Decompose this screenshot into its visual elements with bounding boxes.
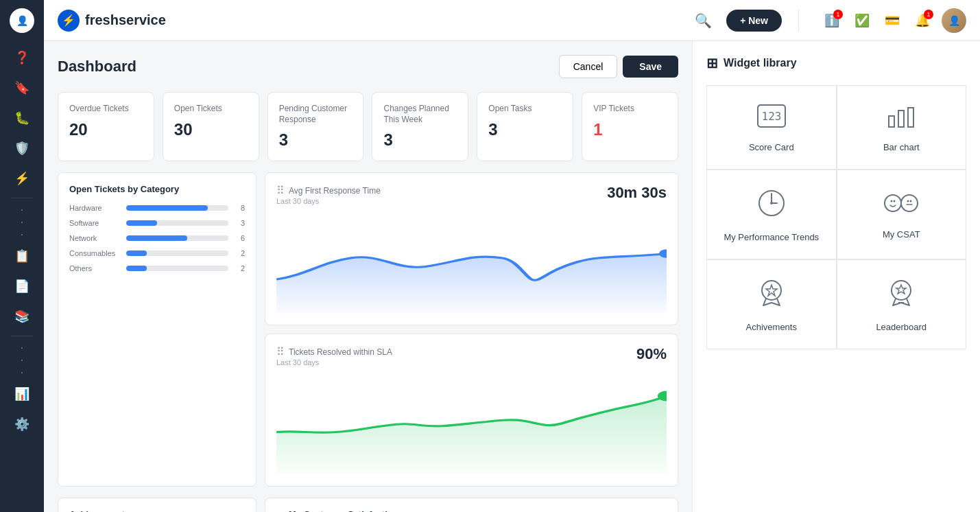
svg-marker-20 (896, 285, 906, 294)
bar-fill-hardware (126, 205, 208, 211)
page-title: Dashboard (58, 58, 559, 75)
svg-point-16 (910, 200, 912, 202)
stat-open-label: Open Tickets (174, 104, 248, 115)
drag-icon-avg: ⠿ (276, 184, 285, 197)
sidebar-item-settings[interactable]: ⚙️ (8, 410, 36, 438)
main-content: ⚡ freshservice 🔍 + New ℹ️ 1 ✅ 💳 🔔 1 👤 (44, 0, 980, 512)
sidebar-divider-2 (11, 336, 33, 336)
svg-point-14 (901, 195, 918, 211)
stat-changes-label: Changes Planned This Week (383, 104, 457, 125)
dashboard-main: Dashboard Cancel Save Overdue Tickets 20… (44, 41, 692, 512)
sidebar-item-layers[interactable]: 📋 (8, 242, 36, 270)
avg-response-subtitle: Last 30 days (276, 197, 381, 205)
svg-point-13 (894, 200, 896, 202)
sidebar-logo[interactable]: 👤 (10, 8, 34, 33)
bar-track-consumables (126, 251, 228, 256)
new-button[interactable]: + New (726, 10, 782, 32)
csat-card: ⠿ My Customer Satisfaction Last 30 days … (265, 498, 678, 512)
sidebar-dots-2: ··· (21, 342, 23, 377)
sidebar-item-knowledge[interactable]: 📚 (8, 303, 36, 330)
avg-response-header: ⠿ Avg First Response Time Last 30 days 3… (276, 184, 667, 205)
sla-subtitle: Last 30 days (276, 358, 392, 366)
charts-row: Open Tickets by Category Hardware 8 Soft… (58, 172, 678, 487)
widget-panel: ⊞ Widget library 123 Score Card (692, 41, 980, 512)
sla-title: Tickets Resolved within SLA (289, 347, 392, 357)
bar-value-others: 2 (234, 264, 245, 272)
bar-fill-network (126, 235, 187, 241)
info-icon-btn[interactable]: ℹ️ 1 (821, 10, 843, 32)
bottom-row: Achievements Support | Last 30 days 1000… (58, 498, 678, 512)
sla-card: ⠿ Tickets Resolved within SLA Last 30 da… (265, 334, 678, 487)
search-icon[interactable]: 🔍 (691, 8, 715, 33)
svg-rect-4 (889, 116, 894, 127)
topbar-actions: ℹ️ 1 ✅ 💳 🔔 1 👤 (821, 8, 966, 33)
sidebar-item-documents[interactable]: 📄 (8, 272, 36, 300)
performance-trends-icon (755, 187, 788, 225)
performance-trends-label: My Performance Trends (724, 232, 819, 242)
sidebar-dots-1: ··· (21, 204, 23, 240)
avatar-image: 👤 (942, 8, 966, 33)
svg-point-11 (885, 195, 901, 211)
stat-pending-label: Pending Customer Response (279, 104, 352, 125)
bar-label-network: Network (69, 234, 121, 242)
bar-chart-icon (885, 102, 918, 135)
sidebar-item-reports[interactable]: 📊 (8, 380, 36, 408)
sidebar-item-automations[interactable]: ⚡ (8, 165, 36, 192)
bar-track-others (126, 266, 228, 271)
widget-grid: 123 Score Card Bar chart (706, 85, 966, 349)
leaderboard-icon (885, 277, 918, 315)
avg-response-value: 30m 30s (607, 184, 667, 202)
wallet-icon: 💳 (885, 13, 900, 28)
avg-response-chart (276, 211, 667, 314)
stat-overdue-value: 20 (69, 120, 143, 139)
widget-score-card[interactable]: 123 Score Card (706, 85, 837, 170)
achievements-card: Achievements Support | Last 30 days 1000… (58, 498, 256, 512)
checklist-icon-btn[interactable]: ✅ (851, 10, 873, 32)
bar-value-network: 6 (234, 234, 245, 242)
wallet-icon-btn[interactable]: 💳 (881, 10, 903, 32)
stat-overdue-tickets: Overdue Tickets 20 (58, 92, 154, 161)
sla-header: ⠿ Tickets Resolved within SLA Last 30 da… (276, 345, 667, 366)
achievements-widget-icon (755, 277, 788, 315)
bar-row-others: Others 2 (69, 264, 245, 272)
achievements-title: Achievements (69, 509, 245, 512)
avg-response-title-area: ⠿ Avg First Response Time Last 30 days (276, 184, 381, 205)
widget-performance-trends[interactable]: My Performance Trends (706, 170, 837, 259)
sla-chart (276, 372, 667, 475)
stat-pending-value: 3 (279, 130, 352, 150)
bar-track-software (126, 220, 228, 226)
checklist-icon: ✅ (854, 13, 870, 28)
widget-bar-chart[interactable]: Bar chart (837, 85, 967, 170)
sidebar-item-security[interactable]: 🛡️ (8, 135, 36, 162)
sidebar-item-help[interactable]: ❓ (8, 44, 36, 71)
save-button[interactable]: Save (623, 56, 678, 78)
csat-title: My Customer Satisfaction (289, 509, 398, 512)
svg-point-12 (891, 200, 893, 202)
cancel-button[interactable]: Cancel (559, 55, 618, 78)
sidebar-divider-1 (11, 198, 33, 198)
sidebar-item-tickets[interactable]: 🔖 (8, 74, 36, 102)
bell-icon-btn[interactable]: 🔔 1 (911, 10, 933, 32)
stat-overdue-label: Overdue Tickets (69, 104, 143, 115)
app-name: freshservice (85, 12, 166, 28)
widget-my-csat[interactable]: My CSAT (837, 170, 967, 259)
bar-track-hardware (126, 205, 228, 211)
sidebar-item-bugs[interactable]: 🐛 (8, 104, 36, 132)
widget-achievements[interactable]: Achivements (706, 259, 837, 349)
bar-track-network (126, 235, 228, 241)
stat-open-tasks: Open Tasks 3 (477, 92, 573, 161)
svg-rect-5 (898, 110, 904, 127)
bar-label-consumables: Consumables (69, 249, 121, 257)
bar-chart-label: Bar chart (883, 142, 920, 152)
bar-label-hardware: Hardware (69, 204, 121, 212)
my-csat-icon (881, 189, 922, 222)
widget-leaderboard[interactable]: Leaderboard (837, 259, 967, 349)
open-tickets-title: Open Tickets by Category (69, 184, 245, 194)
stat-open-value: 30 (174, 120, 248, 139)
open-tickets-card: Open Tickets by Category Hardware 8 Soft… (58, 172, 256, 487)
score-card-label: Score Card (749, 142, 794, 152)
bar-value-software: 3 (234, 219, 245, 227)
user-avatar[interactable]: 👤 (942, 8, 966, 33)
stat-changes-planned: Changes Planned This Week 3 (372, 92, 468, 161)
logo-icon: ⚡ (58, 10, 80, 32)
